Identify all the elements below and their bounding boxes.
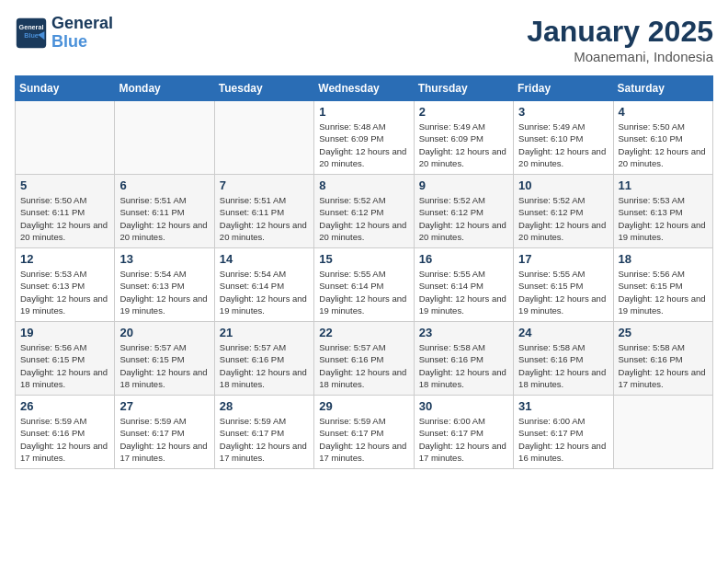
day-info: Sunrise: 5:58 AM Sunset: 6:16 PM Dayligh…: [419, 341, 508, 390]
svg-text:General: General: [19, 23, 44, 31]
day-number: 13: [119, 252, 209, 266]
day-number: 27: [119, 399, 209, 413]
day-info: Sunrise: 6:00 AM Sunset: 6:17 PM Dayligh…: [419, 415, 508, 464]
day-number: 14: [220, 252, 309, 266]
day-number: 5: [20, 178, 109, 192]
calendar-cell: 18Sunrise: 5:56 AM Sunset: 6:15 PM Dayli…: [613, 248, 712, 322]
day-info: Sunrise: 5:52 AM Sunset: 6:12 PM Dayligh…: [419, 194, 508, 243]
calendar-cell: 8Sunrise: 5:52 AM Sunset: 6:12 PM Daylig…: [314, 175, 414, 248]
day-number: 9: [419, 178, 508, 192]
calendar-cell: 31Sunrise: 6:00 AM Sunset: 6:17 PM Dayli…: [514, 396, 613, 469]
day-info: Sunrise: 5:57 AM Sunset: 6:16 PM Dayligh…: [220, 341, 309, 390]
day-number: 30: [419, 399, 508, 413]
day-info: Sunrise: 5:56 AM Sunset: 6:15 PM Dayligh…: [619, 268, 708, 316]
calendar-body: 1Sunrise: 5:48 AM Sunset: 6:09 PM Daylig…: [16, 101, 713, 469]
calendar-cell: 5Sunrise: 5:50 AM Sunset: 6:11 PM Daylig…: [16, 175, 115, 248]
location: Moanemani, Indonesia: [527, 49, 713, 64]
weekday-header: Saturday: [613, 76, 712, 101]
day-number: 15: [319, 252, 408, 266]
page-header: General Blue GeneralBlue January 2025 Mo…: [15, 15, 713, 64]
day-info: Sunrise: 5:54 AM Sunset: 6:14 PM Dayligh…: [220, 268, 309, 316]
weekday-header: Tuesday: [214, 76, 313, 101]
calendar-week-row: 19Sunrise: 5:56 AM Sunset: 6:15 PM Dayli…: [16, 322, 713, 396]
weekday-row: SundayMondayTuesdayWednesdayThursdayFrid…: [16, 76, 713, 101]
day-info: Sunrise: 5:57 AM Sunset: 6:15 PM Dayligh…: [119, 341, 209, 390]
day-info: Sunrise: 5:53 AM Sunset: 6:13 PM Dayligh…: [619, 194, 708, 243]
calendar-cell: 29Sunrise: 5:59 AM Sunset: 6:17 PM Dayli…: [314, 396, 414, 469]
day-info: Sunrise: 5:58 AM Sunset: 6:16 PM Dayligh…: [518, 341, 608, 390]
day-number: 18: [619, 252, 708, 266]
calendar-header: SundayMondayTuesdayWednesdayThursdayFrid…: [16, 76, 713, 101]
calendar-cell: 27Sunrise: 5:59 AM Sunset: 6:17 PM Dayli…: [115, 396, 214, 469]
calendar-cell: 17Sunrise: 5:55 AM Sunset: 6:15 PM Dayli…: [514, 248, 613, 322]
calendar-cell: 16Sunrise: 5:55 AM Sunset: 6:14 PM Dayli…: [414, 248, 513, 322]
day-number: 26: [20, 399, 109, 413]
calendar-cell: 2Sunrise: 5:49 AM Sunset: 6:09 PM Daylig…: [414, 101, 513, 175]
day-info: Sunrise: 5:59 AM Sunset: 6:17 PM Dayligh…: [319, 415, 408, 464]
calendar-week-row: 26Sunrise: 5:59 AM Sunset: 6:16 PM Dayli…: [16, 396, 713, 469]
day-info: Sunrise: 5:59 AM Sunset: 6:17 PM Dayligh…: [119, 415, 209, 464]
day-number: 12: [20, 252, 109, 266]
calendar-cell: 26Sunrise: 5:59 AM Sunset: 6:16 PM Dayli…: [16, 396, 115, 469]
weekday-header: Wednesday: [314, 76, 414, 101]
calendar-cell: 23Sunrise: 5:58 AM Sunset: 6:16 PM Dayli…: [414, 322, 513, 396]
day-number: 20: [119, 326, 209, 339]
day-number: 10: [518, 178, 608, 192]
calendar-cell: [214, 101, 313, 175]
logo-icon: General Blue: [15, 17, 48, 50]
day-info: Sunrise: 5:58 AM Sunset: 6:16 PM Dayligh…: [619, 341, 708, 390]
svg-text:Blue: Blue: [24, 31, 39, 40]
calendar-cell: [16, 101, 115, 175]
calendar-cell: [115, 101, 214, 175]
calendar-cell: 24Sunrise: 5:58 AM Sunset: 6:16 PM Dayli…: [514, 322, 613, 396]
calendar-cell: 9Sunrise: 5:52 AM Sunset: 6:12 PM Daylig…: [414, 175, 513, 248]
weekday-header: Monday: [115, 76, 214, 101]
calendar-cell: 30Sunrise: 6:00 AM Sunset: 6:17 PM Dayli…: [414, 396, 513, 469]
day-number: 11: [619, 178, 708, 192]
calendar-cell: 20Sunrise: 5:57 AM Sunset: 6:15 PM Dayli…: [115, 322, 214, 396]
calendar-cell: 4Sunrise: 5:50 AM Sunset: 6:10 PM Daylig…: [613, 101, 712, 175]
day-info: Sunrise: 5:50 AM Sunset: 6:11 PM Dayligh…: [20, 194, 109, 243]
calendar-week-row: 1Sunrise: 5:48 AM Sunset: 6:09 PM Daylig…: [16, 101, 713, 175]
calendar-cell: 14Sunrise: 5:54 AM Sunset: 6:14 PM Dayli…: [214, 248, 313, 322]
month-year: January 2025: [527, 15, 713, 49]
day-info: Sunrise: 5:59 AM Sunset: 6:17 PM Dayligh…: [220, 415, 309, 464]
calendar-cell: 15Sunrise: 5:55 AM Sunset: 6:14 PM Dayli…: [314, 248, 414, 322]
day-info: Sunrise: 5:59 AM Sunset: 6:16 PM Dayligh…: [20, 415, 109, 464]
calendar-cell: 19Sunrise: 5:56 AM Sunset: 6:15 PM Dayli…: [16, 322, 115, 396]
day-info: Sunrise: 5:51 AM Sunset: 6:11 PM Dayligh…: [220, 194, 309, 243]
day-number: 25: [619, 326, 708, 339]
day-info: Sunrise: 5:56 AM Sunset: 6:15 PM Dayligh…: [20, 341, 109, 390]
day-info: Sunrise: 5:49 AM Sunset: 6:10 PM Dayligh…: [518, 121, 608, 169]
day-number: 17: [518, 252, 608, 266]
day-number: 28: [220, 399, 309, 413]
day-info: Sunrise: 5:52 AM Sunset: 6:12 PM Dayligh…: [518, 194, 608, 243]
calendar-week-row: 5Sunrise: 5:50 AM Sunset: 6:11 PM Daylig…: [16, 175, 713, 248]
day-number: 4: [619, 105, 708, 119]
day-info: Sunrise: 5:55 AM Sunset: 6:15 PM Dayligh…: [518, 268, 608, 316]
day-info: Sunrise: 5:54 AM Sunset: 6:13 PM Dayligh…: [119, 268, 209, 316]
day-number: 3: [518, 105, 608, 119]
calendar-cell: 11Sunrise: 5:53 AM Sunset: 6:13 PM Dayli…: [613, 175, 712, 248]
calendar-cell: 21Sunrise: 5:57 AM Sunset: 6:16 PM Dayli…: [214, 322, 313, 396]
day-number: 6: [119, 178, 209, 192]
calendar-cell: 7Sunrise: 5:51 AM Sunset: 6:11 PM Daylig…: [214, 175, 313, 248]
calendar-cell: 6Sunrise: 5:51 AM Sunset: 6:11 PM Daylig…: [115, 175, 214, 248]
day-info: Sunrise: 5:55 AM Sunset: 6:14 PM Dayligh…: [419, 268, 508, 316]
calendar-cell: 28Sunrise: 5:59 AM Sunset: 6:17 PM Dayli…: [214, 396, 313, 469]
day-number: 24: [518, 326, 608, 339]
day-number: 7: [220, 178, 309, 192]
day-info: Sunrise: 5:57 AM Sunset: 6:16 PM Dayligh…: [319, 341, 408, 390]
day-number: 29: [319, 399, 408, 413]
day-number: 1: [319, 105, 408, 119]
logo: General Blue GeneralBlue: [15, 15, 113, 52]
day-info: Sunrise: 6:00 AM Sunset: 6:17 PM Dayligh…: [518, 415, 608, 464]
day-info: Sunrise: 5:53 AM Sunset: 6:13 PM Dayligh…: [20, 268, 109, 316]
weekday-header: Friday: [514, 76, 613, 101]
calendar-cell: 22Sunrise: 5:57 AM Sunset: 6:16 PM Dayli…: [314, 322, 414, 396]
title-block: January 2025 Moanemani, Indonesia: [527, 15, 713, 64]
calendar-table: SundayMondayTuesdayWednesdayThursdayFrid…: [15, 75, 713, 469]
day-number: 21: [220, 326, 309, 339]
day-number: 22: [319, 326, 408, 339]
calendar-cell: 25Sunrise: 5:58 AM Sunset: 6:16 PM Dayli…: [613, 322, 712, 396]
